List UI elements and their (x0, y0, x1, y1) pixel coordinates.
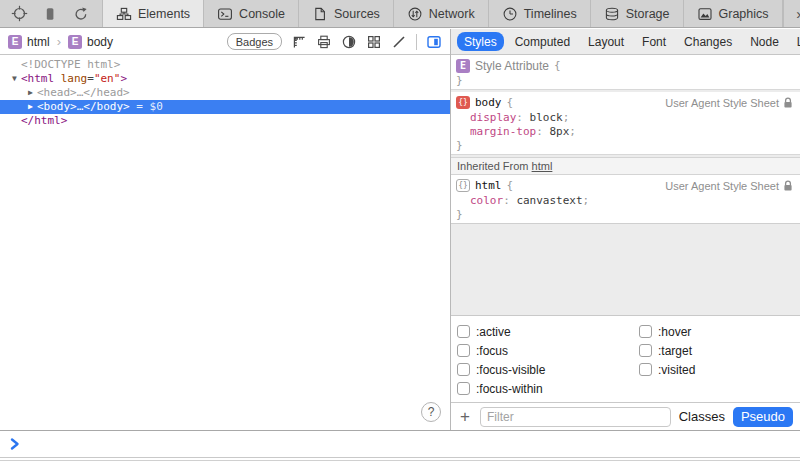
style-attribute-title: Style Attribute (475, 59, 549, 73)
dom-node-head[interactable]: ▶<head>…</head> (0, 86, 450, 100)
checkbox[interactable] (457, 325, 470, 338)
element-badge: E (68, 35, 82, 49)
disclosure-triangle-closed-icon[interactable]: ▶ (24, 100, 37, 114)
reload-page-button[interactable] (72, 5, 90, 23)
tab-styles[interactable]: Styles (457, 32, 504, 51)
toolbar-left-buttons (0, 0, 102, 27)
tab-changes[interactable]: Changes (677, 32, 739, 51)
checkbox[interactable] (639, 363, 652, 376)
rulers-button[interactable] (291, 34, 307, 50)
tab-node[interactable]: Node (743, 32, 786, 51)
element-badge: E (456, 59, 470, 73)
web-inspector-window: Elements Console Sources Network Timelin… (0, 0, 800, 461)
tab-elements[interactable]: Elements (103, 0, 204, 27)
reload-icon (73, 6, 89, 22)
sidebar-tab-bar: Styles Computed Layout Font Changes Node… (451, 29, 800, 55)
tab-sources[interactable]: Sources (299, 0, 394, 27)
tab-storage[interactable]: Storage (591, 0, 684, 27)
styles-sidebar: E Style Attribute { } {} body { User Age… (451, 55, 800, 430)
checkbox[interactable] (639, 325, 652, 338)
tab-font[interactable]: Font (635, 32, 673, 51)
toggle-sidebar-button[interactable] (426, 34, 442, 50)
style-attribute-section: E Style Attribute { } (451, 55, 800, 90)
tab-label: Graphics (719, 7, 769, 21)
dom-node-doctype[interactable]: <!DOCTYPE html> (0, 58, 450, 72)
tab-layers[interactable]: Layers (790, 32, 800, 51)
network-icon (407, 6, 423, 22)
pseudo-checkbox-focus-visible[interactable]: :focus-visible (457, 360, 639, 379)
checkbox[interactable] (457, 382, 470, 395)
tab-label: Storage (626, 7, 670, 21)
pseudo-checkbox-hover[interactable]: :hover (639, 322, 695, 341)
inspect-element-button[interactable] (10, 5, 28, 23)
style-attribute-header: E Style Attribute { (451, 55, 800, 74)
pseudo-checkbox-focus-within[interactable]: :focus-within (457, 379, 639, 398)
tab-label: Timelines (524, 7, 577, 21)
console-prompt[interactable] (0, 431, 800, 458)
checkbox[interactable] (457, 363, 470, 376)
toolbar-right-buttons: » ⚙ (783, 0, 800, 27)
tab-label: Network (429, 7, 475, 21)
main-toolbar: Elements Console Sources Network Timelin… (0, 0, 800, 28)
pseudo-checkbox-focus[interactable]: :focus (457, 341, 639, 360)
grid-overlay-button[interactable] (366, 34, 382, 50)
checkbox[interactable] (639, 344, 652, 357)
breadcrumb-item-html[interactable]: html (27, 35, 50, 49)
tab-label: Sources (334, 7, 380, 21)
edit-styles-button[interactable] (391, 34, 407, 50)
pseudo-column-right: :hover :target :visited (639, 322, 695, 398)
classes-button[interactable]: Classes (679, 409, 725, 424)
dom-node-html-open[interactable]: ▼<html lang="en"> (0, 72, 450, 86)
pseudo-checkbox-visited[interactable]: :visited (639, 360, 695, 379)
clock-icon (502, 6, 518, 22)
image-icon (697, 6, 713, 22)
rule-origin: User Agent Style Sheet (665, 96, 794, 109)
tab-timelines[interactable]: Timelines (489, 0, 591, 27)
lock-icon (782, 96, 794, 109)
console-saved-reference: = $0 (130, 100, 163, 113)
appearance-toggle-button[interactable] (341, 34, 357, 50)
element-badge: E (8, 35, 22, 49)
css-rule-body: {} body { User Agent Style Sheet display… (451, 92, 800, 155)
print-styles-button[interactable] (316, 34, 332, 50)
dom-node-html-close[interactable]: </html> (0, 114, 450, 128)
device-icon (42, 6, 58, 22)
elements-subbar: E html › E body Badges (0, 29, 450, 55)
inherited-node-link[interactable]: html (532, 160, 553, 172)
closing-brace: } (451, 74, 800, 89)
disclosure-triangle-open-icon[interactable]: ▼ (8, 72, 21, 86)
console-icon (217, 6, 233, 22)
toolbar-tab-bar: Elements Console Sources Network Timelin… (102, 0, 783, 27)
pseudo-column-left: :active :focus :focus-visible :focus-wit… (457, 322, 639, 398)
tab-console[interactable]: Console (204, 0, 299, 27)
pseudo-button[interactable]: Pseudo (733, 407, 793, 427)
pseudo-checkbox-target[interactable]: :target (639, 341, 695, 360)
dom-tree: <!DOCTYPE html> ▼<html lang="en"> ▶<head… (0, 55, 450, 128)
styles-filter-input[interactable] (480, 407, 671, 427)
disclosure-triangle-closed-icon[interactable]: ▶ (24, 86, 37, 100)
tab-network[interactable]: Network (394, 0, 489, 27)
overflow-tabs-button[interactable]: » (783, 0, 800, 27)
device-settings-button[interactable] (41, 5, 59, 23)
question-mark-icon: ? (428, 405, 435, 419)
help-button[interactable]: ? (421, 402, 441, 422)
new-rule-button[interactable]: + (458, 408, 472, 425)
css-property: color: canvastext; (451, 194, 800, 208)
tab-computed[interactable]: Computed (508, 32, 577, 51)
toolbar-separator (416, 34, 417, 50)
pseudo-checkbox-active[interactable]: :active (457, 322, 639, 341)
css-rule-icon: {} (456, 179, 470, 192)
breadcrumb-separator-icon: › (57, 34, 61, 49)
checkbox[interactable] (457, 344, 470, 357)
breadcrumb: E html › E body (8, 34, 113, 49)
elements-icon (116, 6, 132, 22)
elements-toolbar-buttons: Badges (227, 33, 442, 50)
tab-layout[interactable]: Layout (581, 32, 631, 51)
rule-header: {} html { User Agent Style Sheet (451, 175, 800, 194)
badges-button[interactable]: Badges (227, 33, 282, 50)
dom-tree-panel: <!DOCTYPE html> ▼<html lang="en"> ▶<head… (0, 55, 450, 430)
dom-node-body-selected[interactable]: ▶<body>…</body> = $0 (0, 100, 450, 114)
breadcrumb-item-body[interactable]: body (87, 35, 113, 49)
tab-graphics[interactable]: Graphics (684, 0, 783, 27)
rule-header: {} body { User Agent Style Sheet (451, 92, 800, 111)
